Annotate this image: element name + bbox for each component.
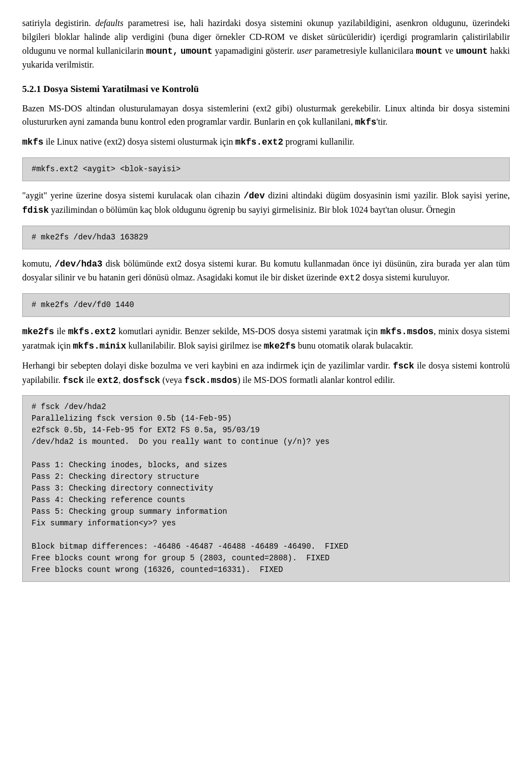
intro-paragraph: satiriyla degistirin. defaults parametre… bbox=[22, 17, 510, 72]
mkfs-minix-inline: mkfs.minix bbox=[73, 341, 126, 351]
mkfs-ext2-inline: mkfs.ext2 bbox=[236, 137, 283, 147]
mkfs-inline2: mkfs bbox=[22, 137, 43, 147]
ext2-inline: ext2 bbox=[339, 273, 360, 283]
dosfsck-inline: dosfsck bbox=[123, 376, 160, 386]
fsck-msdos-inline: fsck.msdos bbox=[184, 376, 237, 386]
section-number: 5.2.1 bbox=[22, 84, 41, 94]
code-block-fsck: # fsck /dev/hda2 Parallelizing fsck vers… bbox=[22, 395, 510, 582]
fdisk-inline: fdisk bbox=[22, 206, 49, 216]
mount-keyword2: mount bbox=[416, 47, 443, 57]
code-block-mke2fs-hda3: # mke2fs /dev/hda3 163829 bbox=[22, 226, 510, 249]
aygit-paragraph: "aygit" yerine üzerine dosya sistemi kur… bbox=[22, 189, 510, 218]
komutu-paragraph: komutu, /dev/hda3 disk bölümünde ext2 do… bbox=[22, 257, 510, 286]
umount-keyword: umount bbox=[181, 47, 213, 57]
user-word: user bbox=[297, 46, 313, 55]
mke2fs-paragraph: mke2fs ile mkfs.ext2 komutlari aynidir. … bbox=[22, 325, 510, 354]
code-block-mke2fs-fd0: # mke2fs /dev/fd0 1440 bbox=[22, 293, 510, 317]
dev-inline: /dev bbox=[243, 191, 264, 201]
fsck-inline2: fsck bbox=[63, 376, 84, 386]
section-title: Dosya Sistemi Yaratilmasi ve Kontrolü bbox=[43, 84, 199, 94]
section-heading: 5.2.1 Dosya Sistemi Yaratilmasi ve Kontr… bbox=[22, 82, 510, 96]
mount-keyword: mount, bbox=[146, 47, 178, 57]
mke2fs-inline2: mke2fs bbox=[264, 341, 296, 351]
defaults-word: defaults bbox=[95, 18, 124, 28]
mkfs-msdos-inline: mkfs.msdos bbox=[380, 327, 433, 337]
ext2-inline2: ext2 bbox=[97, 376, 118, 386]
fsck-inline: fsck bbox=[393, 361, 414, 371]
main-content: satiriyla degistirin. defaults parametre… bbox=[22, 17, 510, 582]
mkfs-inline: mkfs bbox=[355, 117, 376, 127]
fsck-intro-paragraph: Herhangi bir sebepten dolayi diske bozul… bbox=[22, 359, 510, 388]
dev-hda3-inline: /dev/hda3 bbox=[54, 259, 102, 269]
body-paragraph-2: mkfs ile Linux native (ext2) dosya siste… bbox=[22, 135, 510, 150]
mkfs-ext2-inline2: mkfs.ext2 bbox=[68, 327, 116, 337]
umount-keyword2: umount bbox=[456, 47, 488, 57]
code-block-mkfs: #mkfs.ext2 <aygit> <blok-sayisi> bbox=[22, 157, 510, 181]
mke2fs-inline: mke2fs bbox=[22, 327, 54, 337]
body-paragraph-1: Bazen MS-DOS altindan olusturulamayan do… bbox=[22, 102, 510, 130]
